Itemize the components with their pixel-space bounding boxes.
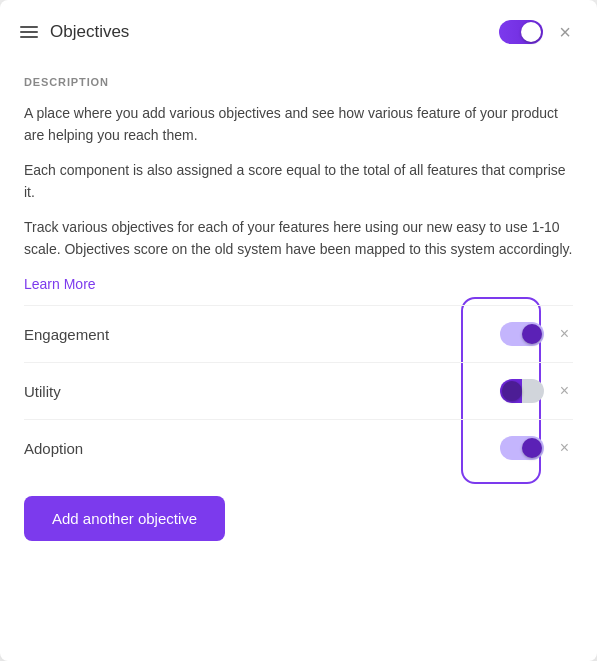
- add-objective-section: Add another objective: [0, 476, 597, 569]
- utility-toggle[interactable]: [500, 379, 544, 403]
- engagement-toggle[interactable]: [500, 322, 544, 346]
- remove-utility-button[interactable]: ×: [556, 381, 573, 401]
- add-objective-button[interactable]: Add another objective: [24, 496, 225, 541]
- objective-controls-utility: ×: [500, 379, 573, 403]
- objective-controls-engagement: ×: [500, 322, 573, 346]
- remove-engagement-button[interactable]: ×: [556, 324, 573, 344]
- objective-name-engagement: Engagement: [24, 326, 109, 343]
- table-row: Adoption ×: [24, 419, 573, 476]
- main-toggle[interactable]: [499, 20, 543, 44]
- engagement-toggle-thumb: [522, 324, 542, 344]
- header: Objectives ×: [0, 0, 597, 60]
- description-p1: A place where you add various objectives…: [24, 102, 573, 147]
- objective-controls-adoption: ×: [500, 436, 573, 460]
- description-p2: Each component is also assigned a score …: [24, 159, 573, 204]
- panel-title: Objectives: [50, 22, 129, 42]
- table-row: Engagement ×: [24, 305, 573, 362]
- menu-icon[interactable]: [20, 26, 38, 38]
- close-button[interactable]: ×: [557, 20, 573, 44]
- description-label: DESCRIPTION: [24, 76, 573, 88]
- table-row: Utility ×: [24, 362, 573, 419]
- objective-name-adoption: Adoption: [24, 440, 83, 457]
- adoption-toggle-thumb: [522, 438, 542, 458]
- header-right: ×: [499, 20, 573, 44]
- header-left: Objectives: [20, 22, 129, 42]
- objectives-panel: Objectives × DESCRIPTION A place where y…: [0, 0, 597, 661]
- description-p3: Track various objectives for each of you…: [24, 216, 573, 261]
- objective-name-utility: Utility: [24, 383, 61, 400]
- objectives-list: Engagement × Utility × Adoption: [24, 305, 573, 476]
- utility-toggle-thumb: [502, 381, 522, 401]
- description-section: DESCRIPTION A place where you add variou…: [0, 60, 597, 305]
- remove-adoption-button[interactable]: ×: [556, 438, 573, 458]
- learn-more-link[interactable]: Learn More: [24, 276, 96, 292]
- adoption-toggle[interactable]: [500, 436, 544, 460]
